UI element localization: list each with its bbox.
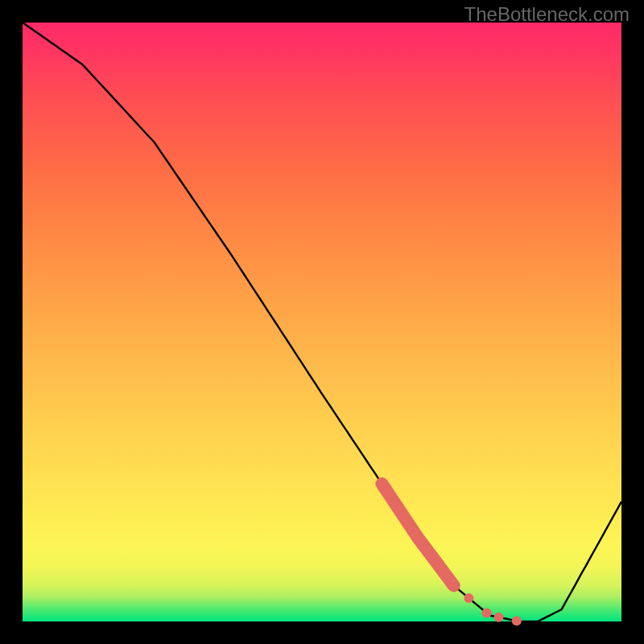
highlight-dot <box>494 613 504 622</box>
bottleneck-curve <box>23 23 621 621</box>
chart-container: TheBottleneck.com <box>0 0 644 644</box>
highlight-dot <box>464 593 473 603</box>
highlight-dot <box>512 616 522 625</box>
highlight-segment <box>382 484 453 586</box>
highlight-dots <box>464 593 522 625</box>
curve-line <box>23 23 621 621</box>
highlight-dot <box>482 609 492 618</box>
plot-area <box>23 23 621 621</box>
